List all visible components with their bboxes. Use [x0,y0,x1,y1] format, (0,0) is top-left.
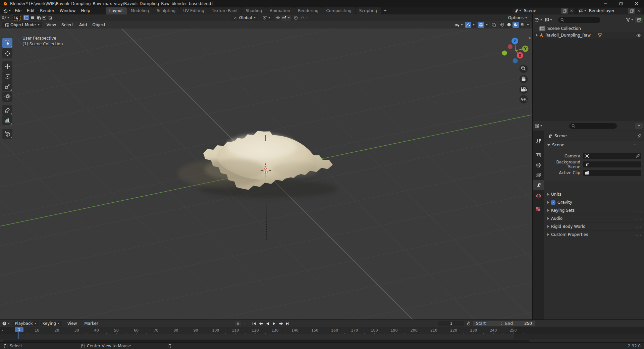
toolbar-add-cube-button[interactable] [2,129,12,139]
workspace-tab-uv-editing[interactable]: UV Editing [179,7,208,14]
current-frame-field[interactable]: 1 [438,321,464,326]
gizmo-axis-neg-z[interactable] [513,58,518,63]
gizmo-axis-neg-y[interactable] [502,51,507,56]
tool-settings-editor-icon[interactable] [2,16,9,20]
current-frame-indicator[interactable]: 1 [15,327,23,332]
timeline-editor-icon[interactable] [2,321,10,326]
active-clip-field[interactable] [583,170,641,176]
shading-material-preview-button[interactable] [513,22,519,28]
snap-target-dropdown[interactable] [281,15,291,21]
toolbar-rotate-button[interactable] [2,71,12,81]
active-tool-select-box-button[interactable] [12,15,21,20]
show-overlays-toggle[interactable] [478,22,484,28]
shading-rendered-button[interactable] [519,22,526,28]
object-visibility-dropdown[interactable] [454,23,463,27]
gizmo-dropdown[interactable] [472,22,476,28]
tab-view-layer[interactable] [533,170,544,180]
jump-to-start-button[interactable] [251,321,257,326]
jump-prev-keyframe-button[interactable] [258,321,264,326]
frame-end-field[interactable]: End 250 [502,321,535,326]
workspace-tab-modeling[interactable]: Modeling [127,7,153,14]
tab-world[interactable] [533,191,544,201]
tab-render[interactable] [533,150,544,160]
render-layer-name[interactable]: RenderLayer [588,8,628,13]
zoom-button[interactable] [520,65,528,73]
timeline-hscrollbar[interactable] [3,340,529,342]
viewport-canvas[interactable]: Z Y X [0,29,532,319]
show-gizmo-toggle[interactable] [465,22,471,28]
panel-keying-sets[interactable]: Keying Sets:::: [544,206,644,214]
select-mode-invert-button[interactable] [42,15,47,20]
timeline-menu-playback[interactable]: Playback [12,321,39,326]
menu-window[interactable]: Window [57,7,78,14]
viewport-menu-object[interactable]: Object [90,21,108,29]
toolbar-annotate-button[interactable] [2,105,12,115]
preview-range-stopwatch-button[interactable] [466,321,472,326]
background-scene-field[interactable] [583,161,641,167]
menu-render[interactable]: Render [37,7,57,14]
timeline-menu-keying[interactable]: Keying [40,321,62,326]
play-button[interactable] [271,321,277,326]
workspace-tab-layout[interactable]: Layout [106,7,127,14]
unlink-scene-icon[interactable]: × [568,8,575,13]
panel-drag-handle[interactable]: :::: [633,143,638,147]
panel-units[interactable]: Units:::: [544,190,644,198]
panel-gravity[interactable]: ✓ Gravity:::: [544,198,644,206]
pivot-point-dropdown[interactable] [260,15,273,20]
jump-to-end-button[interactable] [284,321,291,326]
visibility-eye-icon[interactable] [636,34,641,37]
options-dropdown[interactable]: Options [506,15,529,20]
add-workspace-button[interactable]: + [381,7,389,14]
panel-custom-properties[interactable]: Custom Properties:::: [544,230,644,239]
restore-button[interactable] [613,0,629,7]
shading-wireframe-button[interactable] [499,22,505,28]
blender-menu-logo-icon[interactable] [3,8,11,13]
toolbar-move-button[interactable] [2,61,12,71]
shading-solid-button[interactable] [506,22,512,28]
workspace-tab-shading[interactable]: Shading [242,7,266,14]
auto-keying-set-dropdown[interactable] [241,321,248,326]
toolbar-measure-button[interactable] [2,115,12,125]
workspace-tab-compositing[interactable]: Compositing [322,7,355,14]
shading-dropdown[interactable] [526,22,530,28]
remove-render-layer-icon[interactable]: × [635,8,642,13]
outliner-editor-icon[interactable] [535,18,542,22]
transform-orientation-dropdown[interactable]: Global [231,15,258,20]
workspace-tab-texture-paint[interactable]: Texture Paint [208,7,241,14]
xray-toggle[interactable] [491,22,497,28]
pan-button[interactable] [520,75,528,84]
workspace-tab-rendering[interactable]: Rendering [294,7,322,14]
camera-view-button[interactable] [520,86,528,94]
menu-edit[interactable]: Edit [24,7,37,14]
select-mode-subtract-button[interactable] [36,15,41,20]
panel-audio[interactable]: Audio:::: [544,214,644,222]
timeline-menu-marker[interactable]: Marker [82,320,101,327]
mode-dropdown[interactable]: Object Mode [2,22,42,28]
copy-render-layer-icon[interactable] [628,8,635,14]
jump-next-keyframe-button[interactable] [278,321,284,326]
outliner-filter-dropdown[interactable] [626,18,633,22]
render-layer-icon[interactable] [578,9,588,13]
menu-file[interactable]: File [12,7,24,14]
gizmo-axis-neg-x[interactable] [508,44,513,49]
gravity-checkbox[interactable]: ✓ [551,200,555,205]
workspace-tab-scripting[interactable]: Scripting [356,7,381,14]
viewport-menu-add[interactable]: Add [76,21,90,29]
overlays-dropdown[interactable] [485,22,489,28]
workspace-tab-sculpting[interactable]: Sculpting [153,7,179,14]
auto-keying-record-button[interactable] [235,321,241,326]
toolbar-transform-button[interactable] [2,92,12,102]
minimize-button[interactable] [598,0,613,7]
new-collection-button[interactable] [635,17,643,23]
playhead-line[interactable] [18,332,19,339]
viewport-menu-select[interactable]: Select [59,21,76,29]
select-mode-extend-button[interactable] [30,15,35,20]
workspace-tab-animation[interactable]: Animation [266,7,294,14]
timeline-menu-view[interactable]: View [65,320,79,327]
select-mode-set-button[interactable] [23,15,29,20]
snap-toggle-button[interactable] [275,15,281,21]
scene-panel-header[interactable]: Scene :::: [544,141,644,149]
outliner-row-object[interactable]: Ravioli_Dumpling_Raw [533,32,644,39]
navigation-gizmo[interactable]: Z Y X [502,38,529,63]
toolbar-cursor-button[interactable] [2,48,12,58]
